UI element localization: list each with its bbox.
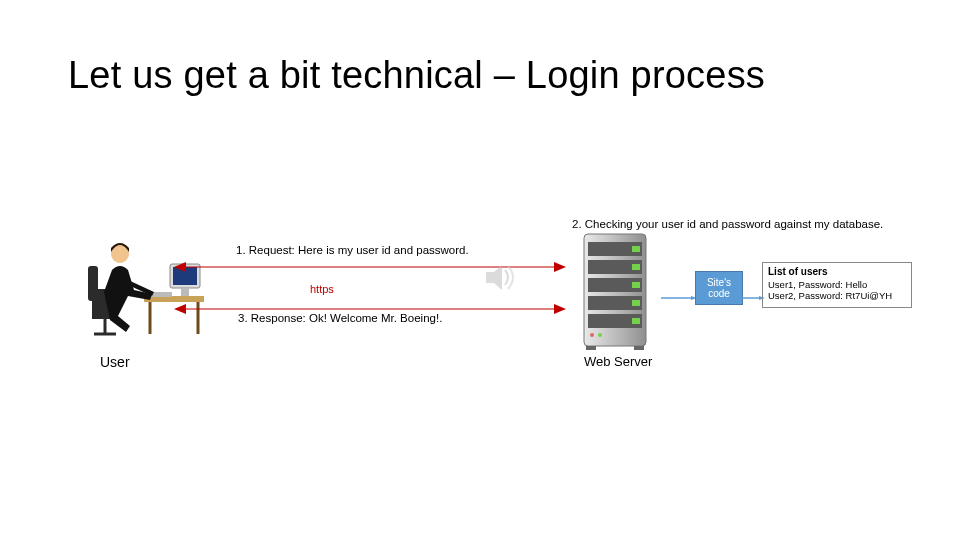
svg-rect-9	[181, 288, 189, 296]
svg-rect-23	[632, 246, 640, 252]
user-icon	[82, 234, 212, 344]
svg-rect-21	[634, 346, 644, 350]
server-label: Web Server	[584, 354, 652, 369]
user-list-box: List of users User1, Password: Hello Use…	[762, 262, 912, 308]
user-list-row-1: User1, Password: Hello	[768, 279, 906, 291]
svg-point-33	[598, 333, 602, 337]
svg-marker-18	[486, 265, 502, 290]
response-arrow	[174, 301, 566, 313]
svg-rect-1	[88, 266, 98, 301]
svg-marker-17	[174, 304, 186, 314]
server-icon	[572, 232, 662, 352]
svg-marker-14	[174, 262, 186, 272]
svg-marker-13	[554, 262, 566, 272]
connector-arrow	[661, 286, 697, 290]
svg-rect-20	[586, 346, 596, 350]
svg-point-32	[590, 333, 594, 337]
site-code-box: Site's code	[695, 271, 743, 305]
svg-rect-25	[632, 264, 640, 270]
step-1-text: 1. Request: Here is my user id and passw…	[236, 244, 469, 256]
user-list-row-2: User2, Password: Rt7Ui@YH	[768, 290, 906, 302]
step-2-text: 2. Checking your user id and password ag…	[572, 218, 883, 230]
svg-rect-29	[632, 300, 640, 306]
slide: Let us get a bit technical – Login proce…	[0, 0, 960, 540]
slide-title: Let us get a bit technical – Login proce…	[68, 54, 765, 97]
svg-marker-16	[554, 304, 566, 314]
user-label: User	[100, 354, 130, 370]
speaker-icon	[484, 260, 514, 295]
site-code-label: Site's code	[696, 277, 742, 299]
svg-rect-10	[152, 292, 172, 297]
svg-rect-27	[632, 282, 640, 288]
user-list-header: List of users	[768, 266, 906, 279]
https-label: https	[310, 283, 334, 295]
svg-rect-31	[632, 318, 640, 324]
